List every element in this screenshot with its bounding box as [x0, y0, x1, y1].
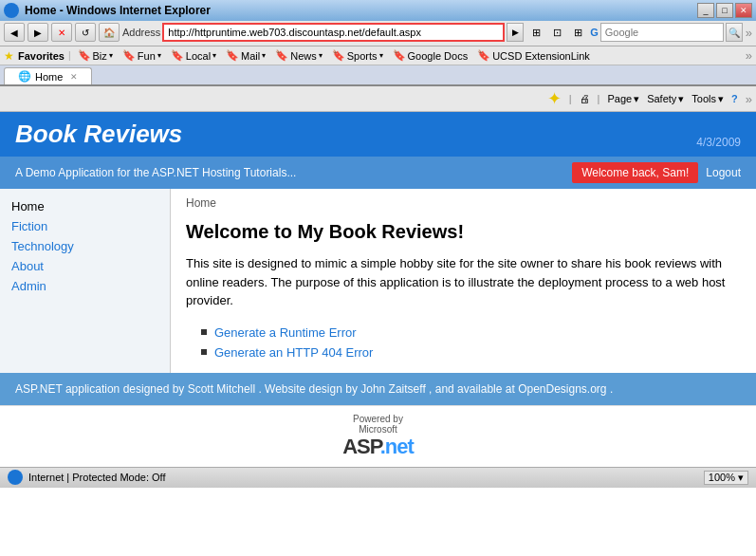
- fav-local-icon: 🔖: [171, 49, 184, 62]
- home-button[interactable]: 🏠: [99, 23, 120, 42]
- fav-mail[interactable]: 🔖 Mail ▾: [223, 48, 268, 63]
- search-button[interactable]: 🔍: [726, 23, 743, 42]
- forward-button[interactable]: ▶: [28, 23, 48, 42]
- fav-fun[interactable]: 🔖 Fun ▾: [120, 48, 164, 63]
- content-body: This site is designed to mimic a simple …: [186, 254, 741, 310]
- tools-button[interactable]: Tools ▾: [691, 93, 724, 105]
- help-icon[interactable]: ?: [731, 93, 738, 104]
- welcome-message: Welcome back, Sam!: [572, 162, 698, 183]
- fav-mail-label: Mail: [241, 50, 260, 62]
- bullet-2: [201, 349, 207, 355]
- footer-text3: , and available at: [429, 382, 518, 396]
- page-arrow: ▾: [634, 93, 639, 105]
- sidebar-item-admin[interactable]: Admin: [11, 276, 158, 296]
- close-button[interactable]: ✕: [735, 3, 752, 18]
- tab-bar: 🌐 Home ✕: [0, 65, 756, 86]
- fav-sports[interactable]: 🔖 Sports ▾: [329, 48, 386, 63]
- fav-ucsd-label: UCSD ExtensionLink: [492, 50, 590, 62]
- sidebar-item-technology[interactable]: Technology: [11, 236, 158, 256]
- site-body: Home Fiction Technology About Admin Home…: [0, 189, 756, 373]
- address-go-button[interactable]: ▶: [507, 23, 524, 42]
- footer-text1: ASP.NET application designed by: [15, 382, 188, 396]
- site-footer: ASP.NET application designed by Scott Mi…: [0, 373, 756, 405]
- fav-biz-icon: 🔖: [78, 49, 91, 62]
- ie-icon3: ⊞: [568, 23, 587, 42]
- window-controls[interactable]: _ □ ✕: [697, 3, 752, 18]
- main-content: Home Welcome to My Book Reviews! This si…: [171, 189, 756, 373]
- sidebar-item-about[interactable]: About: [11, 256, 158, 276]
- zoom-button[interactable]: 100% ▾: [704, 471, 748, 485]
- back-button[interactable]: ◀: [4, 23, 25, 42]
- powered-by-label: Powered byMicrosoft ASP.net: [8, 414, 748, 459]
- http404-error-link[interactable]: Generate an HTTP 404 Error: [214, 345, 373, 360]
- tools-arrow: ▾: [718, 93, 724, 105]
- window-title: Home - Windows Internet Explorer: [25, 4, 211, 17]
- breadcrumb: Home: [186, 196, 741, 210]
- fav-biz-label: Biz: [93, 50, 107, 62]
- sidebar-item-fiction[interactable]: Fiction: [11, 216, 158, 236]
- fav-news[interactable]: 🔖 News ▾: [272, 48, 325, 63]
- footer-author-link[interactable]: Scott Mitchell: [188, 382, 255, 396]
- fav-news-arrow: ▾: [319, 51, 323, 60]
- toolbar-more[interactable]: »: [746, 92, 752, 106]
- fav-sports-icon: 🔖: [332, 49, 345, 62]
- site-date: 4/3/2009: [696, 136, 741, 149]
- site-title: Book Reviews: [15, 120, 182, 149]
- footer-text2: . Website design by: [258, 382, 360, 396]
- favbar-expand[interactable]: »: [746, 48, 752, 63]
- footer-designer-link[interactable]: John Zaitseff: [360, 382, 425, 396]
- stop-button[interactable]: ✕: [51, 23, 72, 42]
- zoom-level: 100%: [709, 472, 735, 483]
- status-globe-icon: [8, 470, 23, 485]
- safety-label: Safety: [647, 93, 676, 104]
- safety-arrow: ▾: [678, 93, 684, 105]
- fav-local[interactable]: 🔖 Local ▾: [168, 48, 219, 63]
- tab-home[interactable]: 🌐 Home ✕: [4, 67, 92, 84]
- zoom-arrow: ▾: [738, 472, 744, 483]
- site-header: Book Reviews 4/3/2009: [0, 112, 756, 157]
- logout-link[interactable]: Logout: [706, 166, 741, 179]
- sidebar-item-home[interactable]: Home: [11, 196, 158, 216]
- favorites-bar: ★ Favorites | 🔖 Biz ▾ 🔖 Fun ▾ 🔖 Local ▾ …: [0, 46, 756, 65]
- favorites-label[interactable]: Favorites: [18, 50, 65, 62]
- status-right: 100% ▾: [704, 471, 748, 485]
- fav-sports-arrow: ▾: [379, 51, 383, 60]
- search-input[interactable]: [600, 23, 724, 42]
- fav-local-arrow: ▾: [212, 51, 216, 60]
- nav-bar: ◀ ▶ ✕ ↺ 🏠 Address ▶ ⊞ ⊡ ⊞ G 🔍 »: [4, 23, 752, 42]
- tools-label: Tools: [691, 93, 716, 104]
- fav-biz[interactable]: 🔖 Biz ▾: [75, 48, 116, 63]
- fav-ucsd[interactable]: 🔖 UCSD ExtensionLink: [474, 48, 593, 63]
- toolbar-area: ◀ ▶ ✕ ↺ 🏠 Address ▶ ⊞ ⊡ ⊞ G 🔍 »: [0, 21, 756, 46]
- site-subheader: A Demo Application for the ASP.NET Hosti…: [0, 157, 756, 189]
- fav-biz-arrow: ▾: [109, 51, 113, 60]
- ie-icon2: ⊡: [547, 23, 566, 42]
- list-item-1: Generate a Runtime Error: [201, 325, 741, 340]
- tab-close-icon[interactable]: ✕: [70, 72, 78, 82]
- favorites-star: ★: [4, 49, 14, 63]
- refresh-button[interactable]: ↺: [75, 23, 96, 42]
- footer-site-link[interactable]: OpenDesigns.org: [518, 382, 606, 396]
- toolbar-separator: |: [569, 93, 572, 104]
- page-button[interactable]: Page ▾: [607, 93, 639, 105]
- fav-mail-arrow: ▾: [262, 51, 266, 60]
- runtime-error-link[interactable]: Generate a Runtime Error: [214, 325, 357, 340]
- powered-by-section: Powered byMicrosoft ASP.net: [0, 405, 756, 467]
- site-tagline: A Demo Application for the ASP.NET Hosti…: [15, 166, 296, 179]
- address-input[interactable]: [162, 23, 505, 42]
- ie-icons: ⊞ ⊡ ⊞: [526, 23, 587, 42]
- list-item-2: Generate an HTTP 404 Error: [201, 345, 741, 360]
- fav-google-docs[interactable]: 🔖 Google Docs: [390, 48, 471, 63]
- search-box: G 🔍: [590, 23, 743, 42]
- expand-button[interactable]: »: [746, 26, 752, 40]
- safety-button[interactable]: Safety ▾: [647, 93, 684, 105]
- toolbar-separator2: |: [598, 93, 600, 104]
- sidebar: Home Fiction Technology About Admin: [0, 189, 171, 373]
- minimize-button[interactable]: _: [697, 3, 714, 18]
- fav-mail-icon: 🔖: [226, 49, 239, 62]
- printer-icon: 🖨: [580, 93, 590, 104]
- aspnet-logo: ASP.net: [342, 435, 414, 458]
- maximize-button[interactable]: □: [716, 3, 733, 18]
- ie-icon: [4, 3, 19, 18]
- ie-icon1: ⊞: [526, 23, 545, 42]
